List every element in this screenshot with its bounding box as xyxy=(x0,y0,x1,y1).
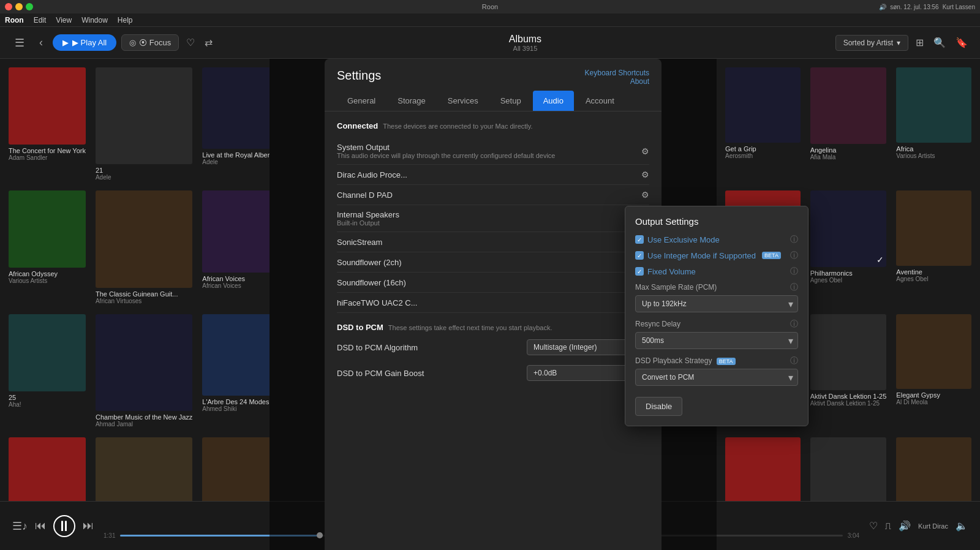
list-item[interactable]: Elegant Gypsy Al Di Meola xyxy=(892,311,975,431)
album-artist: Ahmed Shiki xyxy=(202,405,270,412)
album-cover xyxy=(202,314,270,396)
devices-list: System Output This audio device will pla… xyxy=(337,138,649,313)
tab-storage[interactable]: Storage xyxy=(387,91,436,111)
integer-mode-info-icon[interactable]: ⓘ xyxy=(790,250,798,261)
list-item[interactable]: Aktivt Dansk Lektion 1-25 Aktivt Dansk L… xyxy=(807,311,891,431)
list-item[interactable]: The Classic Guinean Guit... African Virt… xyxy=(92,187,196,307)
sort-button[interactable]: Sorted by Artist ▾ xyxy=(835,35,908,51)
maximize-button[interactable] xyxy=(26,3,33,10)
sample-rate-select[interactable]: Up to 192kHz xyxy=(635,295,798,312)
view-menu[interactable]: View xyxy=(56,16,72,24)
album-name: Africa xyxy=(896,145,971,153)
fixed-volume-row: ✓ Fixed Volume ⓘ xyxy=(635,266,798,277)
previous-button[interactable]: ⏮ xyxy=(35,519,46,532)
sample-rate-label: Max Sample Rate (PCM) xyxy=(635,283,717,292)
minimize-button[interactable] xyxy=(15,3,23,10)
exclusive-mode-label[interactable]: ✓ Use Exclusive Mode xyxy=(635,235,720,244)
fixed-volume-info-icon[interactable]: ⓘ xyxy=(790,266,798,277)
playlist-button[interactable]: ☰♪ xyxy=(12,519,28,533)
settings-modal: Settings Keyboard Shortcuts About Genera… xyxy=(325,59,662,550)
signal-icon[interactable]: ⎍ xyxy=(885,521,891,532)
gear-icon[interactable]: ⚙ xyxy=(641,190,649,200)
sample-rate-info-icon[interactable]: ⓘ xyxy=(790,282,798,293)
album-cover xyxy=(202,190,270,272)
fixed-volume-label[interactable]: ✓ Fixed Volume xyxy=(635,267,696,276)
gear-icon[interactable]: ⚙ xyxy=(641,170,649,179)
disable-button[interactable]: Disable xyxy=(635,397,682,416)
list-item[interactable]: Africa Various Artists xyxy=(892,64,975,184)
dsd-strategy-info-icon[interactable]: ⓘ xyxy=(790,355,798,366)
album-cover xyxy=(896,314,971,390)
integer-mode-checkbox[interactable]: ✓ xyxy=(635,251,644,260)
heart-icon[interactable]: ♡ xyxy=(869,520,878,532)
album-name: Live at the Royal Albert H... xyxy=(202,151,270,159)
dsd-gain-row: DSD to PCM Gain Boost +0.0dB xyxy=(337,360,649,386)
volume-icon[interactable]: 🔈 xyxy=(956,520,968,532)
list-item[interactable]: Chamber Music of the New Jazz Ahmad Jama… xyxy=(92,311,196,431)
list-item[interactable]: 21 Adele xyxy=(92,64,196,184)
tab-setup[interactable]: Setup xyxy=(490,91,532,111)
list-item[interactable]: African Odyssey Various Artists xyxy=(5,187,89,307)
play-all-button[interactable]: ▶ ▶ Play All xyxy=(53,34,116,51)
connected-desc: These devices are connected to your Mac … xyxy=(383,122,532,130)
help-menu[interactable]: Help xyxy=(118,16,133,24)
next-button[interactable]: ⏭ xyxy=(83,519,94,532)
exclusive-mode-info-icon[interactable]: ⓘ xyxy=(790,234,798,245)
list-item[interactable]: Live at the Royal Albert H... Adele xyxy=(198,64,270,184)
list-item[interactable]: Angelina Afia Mala xyxy=(807,64,891,184)
list-item[interactable]: The Concert for New York Adam Sandler xyxy=(5,64,89,184)
connected-title: Connected xyxy=(337,121,378,130)
search-icon[interactable]: 🔍 xyxy=(931,34,948,51)
list-item[interactable]: African Voices African Voices xyxy=(198,187,270,307)
device-icon[interactable]: 🔊 xyxy=(899,520,911,532)
shuffle-button[interactable]: ⇄ xyxy=(202,34,215,51)
heart-button[interactable]: ♡ xyxy=(184,34,197,51)
app-menu[interactable]: Roon xyxy=(5,16,24,24)
about-link[interactable]: About xyxy=(585,77,649,86)
focus-button[interactable]: ◎ ⦿ Focus xyxy=(121,34,179,51)
window-menu[interactable]: Window xyxy=(81,16,108,24)
album-name: African Odyssey xyxy=(9,270,86,277)
pause-button[interactable]: ⏸ xyxy=(53,515,75,537)
list-item[interactable]: Aventine Agnes Obel xyxy=(892,187,975,307)
popup-title: Output Settings xyxy=(635,216,798,227)
player-controls: ☰♪ ⏮ ⏸ ⏭ xyxy=(12,515,94,537)
window-controls[interactable] xyxy=(5,3,33,10)
list-item[interactable]: ✓ Philharmonics Agnes Obel xyxy=(807,187,891,307)
hamburger-icon[interactable]: ☰ xyxy=(10,34,29,52)
exclusive-mode-checkbox[interactable]: ✓ xyxy=(635,235,644,244)
fixed-volume-checkbox[interactable]: ✓ xyxy=(635,267,644,276)
sort-label: Sorted by Artist xyxy=(843,39,893,47)
bookmark-icon[interactable]: 🔖 xyxy=(953,34,970,51)
time-total: 3:04 xyxy=(848,532,859,539)
keyboard-shortcuts-link[interactable]: Keyboard Shortcuts xyxy=(585,69,649,77)
tab-account[interactable]: Account xyxy=(575,91,625,111)
edit-menu[interactable]: Edit xyxy=(34,16,47,24)
album-artist: African Voices xyxy=(202,282,270,289)
toolbar-center: Albums All 3915 xyxy=(220,34,830,52)
device-name: Dirac Audio Proce... xyxy=(337,170,407,179)
album-artist: Al Di Meola xyxy=(896,399,971,405)
album-cover xyxy=(96,314,192,411)
close-button[interactable] xyxy=(5,3,12,10)
device-name: System Output xyxy=(337,143,555,152)
integer-mode-label[interactable]: ✓ Use Integer Mode if Supported BETA xyxy=(635,251,781,260)
dsd-strategy-select[interactable]: Convert to PCM xyxy=(635,369,798,386)
list-item[interactable]: L'Arbre Des 24 Modes Ahmed Shiki xyxy=(198,311,270,431)
device-row: Soundflower (2ch) ⚙ xyxy=(337,252,649,273)
integer-mode-row: ✓ Use Integer Mode if Supported BETA ⓘ xyxy=(635,250,798,261)
tab-general[interactable]: General xyxy=(337,91,386,111)
back-button[interactable]: ‹ xyxy=(34,34,48,51)
gear-icon[interactable]: ⚙ xyxy=(641,146,649,156)
resync-select[interactable]: 500ms xyxy=(635,332,798,349)
tab-audio[interactable]: Audio xyxy=(533,91,574,111)
album-cover xyxy=(9,190,86,268)
tab-services[interactable]: Services xyxy=(437,91,489,111)
resync-info-icon[interactable]: ⓘ xyxy=(790,318,798,330)
list-item[interactable]: 25 Aha! xyxy=(5,311,89,431)
device-row: SonicStream ⚙ xyxy=(337,232,649,252)
view-icon[interactable]: ⊞ xyxy=(913,34,926,51)
list-item[interactable]: Get a Grip Aerosmith xyxy=(722,64,804,184)
sample-rate-row: Max Sample Rate (PCM) ⓘ Up to 192kHz xyxy=(635,282,798,312)
device-sub: Built-in Output xyxy=(337,219,399,227)
